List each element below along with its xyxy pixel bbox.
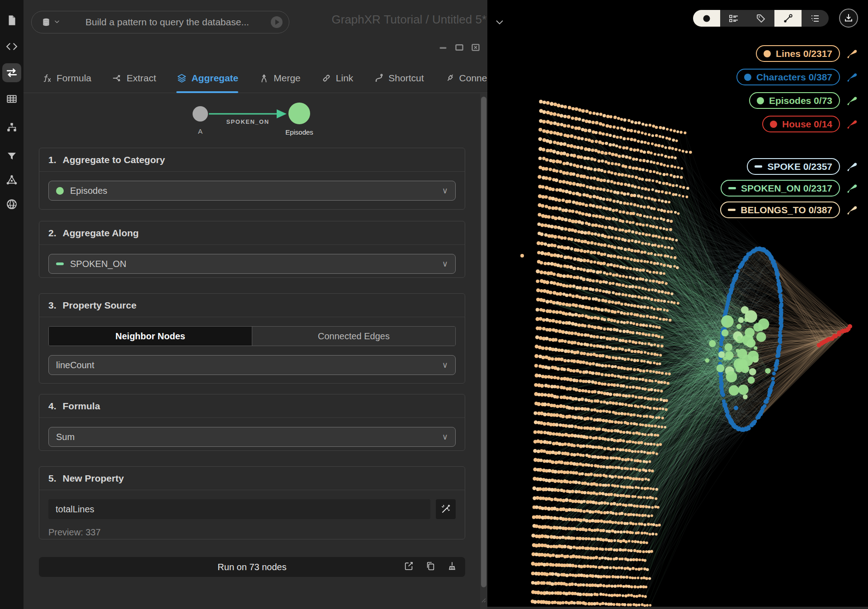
broom-icon[interactable]: [447, 561, 457, 573]
node-color-dot: [770, 121, 777, 128]
legend-characters-pill[interactable]: Characters 0/387: [736, 69, 840, 85]
pattern-diagram: SPOKEN_ON A Episodes: [24, 89, 487, 140]
paintbrush-icon[interactable]: [846, 160, 858, 173]
run-button[interactable]: Run on 73 nodes: [39, 557, 465, 577]
legend-row: Episodes 0/73: [749, 92, 858, 109]
section-4-header: 4.Formula: [39, 394, 465, 418]
legend-lines-pill[interactable]: Lines 0/2317: [756, 45, 840, 62]
legend-spoken-on-pill[interactable]: SPOKEN_ON 0/2317: [721, 180, 840, 197]
transform-icon[interactable]: [2, 63, 21, 82]
left-toolbar: [0, 0, 24, 609]
section-5-header: 5.New Property: [39, 467, 465, 490]
section-1-header: 1.Aggregate to Category: [39, 148, 465, 172]
paintbrush-icon[interactable]: [846, 182, 858, 194]
legend-belongs-to-pill[interactable]: BELONGS_TO 0/387: [720, 201, 840, 218]
tab-link[interactable]: Link: [321, 63, 354, 93]
detail-list-button[interactable]: [802, 10, 829, 27]
query-panel: Build a pattern to query the database...…: [24, 0, 487, 609]
edge-color-dash: [728, 187, 736, 189]
maximize-button[interactable]: [454, 43, 464, 52]
window-controls: [438, 43, 481, 52]
document-icon[interactable]: [2, 11, 21, 30]
node-color-dot: [757, 97, 764, 104]
magic-wand-button[interactable]: [436, 499, 456, 519]
paintbrush-icon[interactable]: [846, 118, 858, 130]
edge-type-dropdown[interactable]: SPOKEN_ON ∨: [48, 254, 456, 274]
pattern-search-bar[interactable]: Build a pattern to query the database...: [31, 11, 289, 33]
paintbrush-icon[interactable]: [846, 47, 858, 60]
section-2-header: 2.Aggregate Along: [39, 221, 465, 245]
property-source-toggle: Neighbor Nodes Connected Edges: [48, 326, 456, 346]
connected-edges-toggle[interactable]: Connected Edges: [252, 327, 455, 346]
node-color-dot: [744, 74, 751, 81]
pattern-node-a-label: A: [198, 127, 203, 135]
app-window: Build a pattern to query the database...…: [0, 0, 868, 609]
legend-row: Lines 0/2317: [756, 45, 858, 62]
edge-view-button[interactable]: [774, 10, 802, 27]
section-3-header: 3.Property Source: [39, 294, 465, 317]
play-icon[interactable]: [271, 16, 283, 28]
section-property-source: 3.Property Source Neighbor Nodes Connect…: [39, 293, 465, 384]
node-view-button[interactable]: [693, 10, 720, 27]
pattern-node-episodes-label: Episodes: [285, 128, 313, 136]
pattern-edge-label: SPOKEN_ON: [226, 118, 269, 125]
panel-resize-handle[interactable]: [480, 596, 486, 603]
close-button[interactable]: [471, 43, 481, 52]
code-icon[interactable]: [2, 37, 21, 56]
episodes-color-dot: [56, 187, 64, 195]
paintbrush-icon[interactable]: [846, 204, 858, 216]
panel-scrollbar-thumb[interactable]: [481, 97, 486, 587]
database-icon[interactable]: [42, 17, 51, 27]
bottom-edge-bar: [487, 607, 868, 609]
legend-house-pill[interactable]: House 0/14: [762, 116, 840, 132]
category-dropdown[interactable]: Episodes ∨: [48, 181, 456, 201]
edge-color-dash: [728, 209, 736, 211]
tab-merge[interactable]: Merge: [259, 63, 301, 93]
graph-legend: Lines 0/2317 Characters 0/387 Episod: [720, 45, 858, 223]
tab-shortcut[interactable]: Shortcut: [373, 63, 424, 93]
chevron-down-icon: ∨: [442, 259, 448, 269]
legend-episodes-pill[interactable]: Episodes 0/73: [749, 92, 840, 109]
save-step-icon[interactable]: [404, 561, 414, 573]
project-menu-chevron-icon[interactable]: [494, 17, 505, 29]
table-icon[interactable]: [2, 89, 21, 108]
search-placeholder: Build a pattern to query the database...: [85, 17, 249, 28]
legend-spoke-pill[interactable]: SPOKE 0/2357: [747, 158, 840, 175]
tab-formula[interactable]: Formula: [42, 63, 91, 93]
node-color-dot: [764, 50, 771, 57]
legend-row: BELONGS_TO 0/387: [720, 201, 858, 218]
chevron-down-icon: ∨: [442, 432, 448, 442]
chevron-down-icon: ∨: [442, 186, 448, 196]
new-property-input[interactable]: [48, 499, 430, 519]
tab-extract[interactable]: Extract: [112, 63, 156, 93]
globe-icon[interactable]: [2, 195, 21, 214]
project-title: GraphXR Tutorial / Untitled 5*: [332, 13, 487, 27]
edge-color-dash: [755, 165, 762, 168]
run-button-label: Run on 73 nodes: [39, 562, 465, 572]
tag-button[interactable]: [747, 10, 774, 27]
legend-row: House 0/14: [762, 116, 858, 132]
hierarchy-icon[interactable]: [2, 118, 21, 137]
neighbor-nodes-toggle[interactable]: Neighbor Nodes: [49, 327, 252, 346]
filter-icon[interactable]: [2, 147, 21, 166]
pattern-node-a: [193, 106, 208, 122]
property-list-button[interactable]: [720, 10, 747, 27]
chevron-down-icon: ∨: [442, 360, 448, 370]
legend-row: SPOKEN_ON 0/2317: [721, 180, 858, 197]
preview-text: Preview: 337: [48, 527, 456, 538]
paintbrush-icon[interactable]: [846, 71, 858, 83]
copy-icon[interactable]: [425, 561, 435, 573]
property-dropdown[interactable]: lineCount ∨: [48, 355, 456, 375]
network-icon[interactable]: [2, 170, 21, 189]
tab-aggregate[interactable]: Aggregate: [176, 63, 238, 93]
chevron-down-icon[interactable]: [54, 19, 60, 26]
minimize-button[interactable]: [438, 43, 448, 52]
formula-dropdown[interactable]: Sum ∨: [48, 427, 456, 447]
paintbrush-icon[interactable]: [846, 94, 858, 107]
spoken-on-color-dash: [56, 262, 64, 265]
view-mode-toolbar: [693, 10, 829, 27]
section-aggregate-to-category: 1.Aggregate to Category Episodes ∨: [39, 148, 465, 210]
download-button[interactable]: [839, 9, 858, 28]
graph-viewport[interactable]: Lines 0/2317 Characters 0/387 Episod: [487, 0, 868, 609]
legend-row: SPOKE 0/2357: [747, 158, 858, 175]
